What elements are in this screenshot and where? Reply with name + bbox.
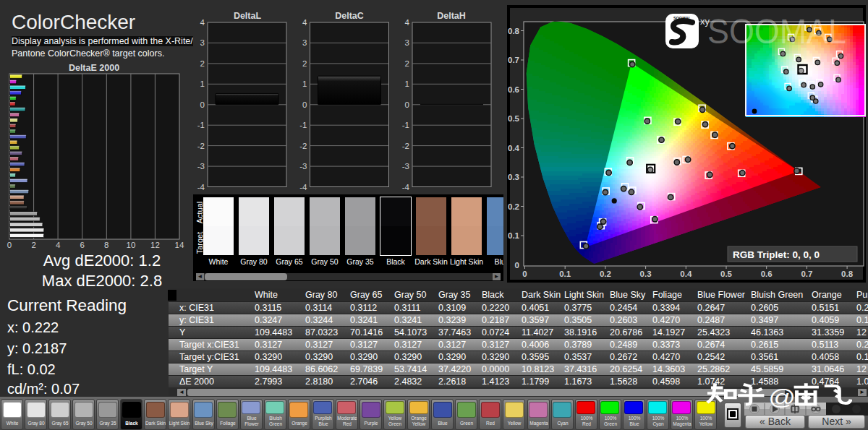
svg-text:8: 8	[104, 241, 109, 249]
svg-text:0.5: 0.5	[720, 270, 733, 278]
svg-text:4: 4	[405, 18, 410, 27]
svg-text:DeltaL: DeltaL	[234, 11, 262, 21]
svg-text:RGB Triplet: 0, 0, 0: RGB Triplet: 0, 0, 0	[733, 249, 820, 260]
svg-text:0.7: 0.7	[508, 56, 519, 64]
svg-text:4: 4	[200, 18, 205, 27]
svg-text:-4: -4	[402, 183, 410, 192]
svg-text:6: 6	[80, 241, 84, 249]
svg-text:SOOMAL: SOOMAL	[707, 12, 846, 51]
svg-text:@: @	[768, 385, 796, 408]
svg-text:DeltaH: DeltaH	[437, 11, 466, 21]
svg-text:-1: -1	[299, 121, 307, 129]
svg-text:0: 0	[515, 261, 519, 270]
svg-text:-4: -4	[299, 183, 307, 192]
svg-text:-3: -3	[197, 162, 205, 171]
svg-text:2: 2	[302, 59, 307, 68]
svg-text:0.8: 0.8	[508, 27, 520, 35]
svg-text:0.3: 0.3	[640, 270, 652, 278]
svg-text:0.4: 0.4	[680, 270, 692, 278]
svg-text:0: 0	[405, 100, 409, 109]
svg-text:0: 0	[200, 100, 205, 109]
svg-text:1: 1	[405, 79, 409, 88]
svg-text:DeltaC: DeltaC	[335, 11, 364, 21]
svg-text:-1: -1	[197, 121, 205, 129]
svg-text:0.1: 0.1	[508, 231, 520, 240]
svg-text:3: 3	[200, 38, 205, 47]
svg-text:3: 3	[405, 38, 409, 47]
svg-text:1: 1	[200, 79, 205, 88]
svg-text:-3: -3	[402, 162, 409, 171]
svg-text:1: 1	[302, 79, 307, 88]
svg-text:2: 2	[200, 59, 205, 68]
svg-text:0.8: 0.8	[841, 270, 854, 278]
svg-text:4: 4	[302, 18, 307, 27]
svg-text:14: 14	[175, 241, 184, 249]
svg-text:-2: -2	[197, 142, 205, 150]
svg-text:2: 2	[31, 241, 35, 249]
svg-text:-4: -4	[197, 183, 205, 192]
svg-text:-2: -2	[299, 142, 307, 150]
svg-text:0.2: 0.2	[508, 202, 519, 211]
svg-text:10: 10	[127, 241, 136, 249]
svg-text:0.2: 0.2	[600, 270, 611, 278]
svg-text:0.6: 0.6	[761, 270, 773, 278]
svg-text:12: 12	[150, 241, 160, 249]
svg-text:-1: -1	[402, 121, 409, 129]
svg-text:0.3: 0.3	[508, 173, 519, 181]
svg-text:0.1: 0.1	[559, 270, 571, 278]
svg-text:-3: -3	[299, 162, 307, 171]
svg-text:0.6: 0.6	[508, 85, 519, 94]
svg-text:0.7: 0.7	[801, 270, 812, 278]
svg-text:2: 2	[405, 59, 409, 68]
svg-text:0: 0	[7, 241, 12, 249]
svg-text:4: 4	[56, 241, 61, 249]
svg-text:3: 3	[302, 38, 307, 47]
svg-text:0.5: 0.5	[508, 114, 520, 123]
svg-text:0: 0	[522, 270, 527, 278]
svg-text:-2: -2	[402, 142, 409, 150]
svg-text:0.4: 0.4	[508, 144, 520, 152]
svg-text:0: 0	[302, 100, 307, 109]
svg-text:DeltaE 2000: DeltaE 2000	[69, 64, 119, 73]
